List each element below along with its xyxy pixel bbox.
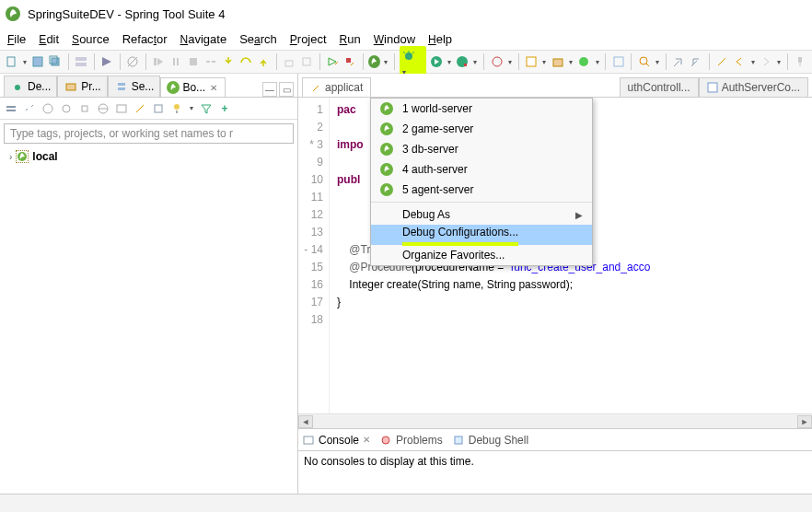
hint-icon[interactable]	[169, 101, 184, 116]
menu-help[interactable]: Help	[423, 30, 458, 48]
step-return-icon[interactable]	[256, 53, 272, 70]
dropdown-arrow-icon[interactable]: ▾	[654, 58, 661, 66]
maximize-icon[interactable]: ▭	[279, 82, 294, 97]
menu-edit[interactable]: Edit	[33, 30, 64, 48]
menu-item-debug-configurations[interactable]: Debug Configurations...	[371, 225, 592, 245]
run-icon[interactable]	[428, 53, 444, 70]
save-all-icon[interactable]	[48, 53, 64, 70]
search-icon[interactable]	[636, 53, 652, 70]
props-icon[interactable]	[151, 101, 166, 116]
spring-boot-run-icon[interactable]	[368, 55, 380, 68]
run-icon[interactable]	[41, 101, 55, 116]
resume-icon[interactable]	[151, 53, 167, 70]
menu-refactor[interactable]: Refactor	[117, 30, 173, 48]
menu-run[interactable]: Run	[334, 30, 366, 48]
prev-annotation-icon[interactable]	[689, 53, 704, 70]
open-type-icon[interactable]	[610, 53, 626, 70]
step-over-icon[interactable]	[238, 53, 254, 70]
dropdown-arrow-icon[interactable]: ▾	[541, 58, 549, 66]
filter-input[interactable]: Type tags, projects, or working set name…	[4, 123, 294, 144]
use-step-filters-icon[interactable]	[299, 53, 315, 70]
coverage-icon[interactable]	[455, 53, 470, 70]
tree-item-local[interactable]: › local	[9, 150, 288, 163]
collapse-icon[interactable]	[4, 101, 18, 116]
expand-arrow-icon[interactable]: ›	[9, 152, 12, 162]
stop-relaunch-icon[interactable]	[342, 53, 358, 70]
dropdown-arrow-icon[interactable]: ▾	[749, 58, 757, 66]
close-icon[interactable]: ✕	[208, 83, 219, 93]
editor-tab-application[interactable]: applicat	[302, 77, 371, 97]
dropdown-arrow-icon[interactable]: ▾	[446, 58, 453, 66]
dropdown-arrow-icon[interactable]: ▾	[775, 58, 783, 66]
disconnect-icon[interactable]	[203, 53, 219, 70]
tab-label: Problems	[396, 434, 443, 447]
close-icon[interactable]: ✕	[363, 435, 370, 445]
scroll-left-icon[interactable]: ◄	[298, 415, 313, 428]
dropdown-arrow-icon[interactable]: ▾	[382, 58, 389, 66]
new-class-icon[interactable]	[576, 53, 592, 70]
left-view-tabs: De... Pr... Se... Bo... ✕ — ▭	[0, 74, 297, 98]
step-into-icon[interactable]	[221, 53, 237, 70]
menu-item-organize-favorites[interactable]: Organize Favorites...	[371, 245, 592, 265]
back-icon[interactable]	[732, 53, 748, 70]
new-java-icon[interactable]	[524, 53, 539, 70]
menu-item-agent-server[interactable]: 5 agent-server	[371, 180, 592, 200]
drop-to-frame-icon[interactable]	[282, 53, 297, 70]
menu-project[interactable]: Project	[284, 30, 332, 48]
new-icon[interactable]	[4, 53, 19, 70]
menu-navigate[interactable]: Navigate	[175, 30, 233, 48]
dropdown-arrow-icon[interactable]: ▾	[567, 58, 574, 66]
tab-servers[interactable]: Se...	[108, 76, 161, 97]
new-package-icon[interactable]	[550, 53, 565, 70]
tab-debug-shell[interactable]: Debug Shell	[452, 434, 528, 447]
ext-tools-icon[interactable]	[489, 53, 505, 70]
console-icon[interactable]	[114, 101, 129, 116]
dropdown-arrow-icon[interactable]: ▾	[594, 58, 601, 66]
menu-item-debug-as[interactable]: Debug As ▶	[371, 204, 592, 225]
minimize-icon[interactable]: —	[262, 82, 277, 97]
menu-window[interactable]: Window	[368, 30, 421, 48]
tab-project-explorer[interactable]: Pr...	[57, 76, 107, 97]
code-editor[interactable]: 12* 3910111213- 1415161718 pac positorie…	[298, 98, 812, 413]
menu-item-world-server[interactable]: 1 world-server	[371, 99, 592, 119]
line-number-gutter: 12* 3910111213- 1415161718	[298, 98, 330, 413]
forward-icon[interactable]	[758, 53, 773, 70]
horizontal-scrollbar[interactable]: ◄ ►	[298, 413, 812, 428]
menu-label: 2 game-server	[402, 121, 473, 138]
menu-search[interactable]: Search	[234, 30, 283, 48]
save-icon[interactable]	[30, 53, 46, 70]
scroll-right-icon[interactable]: ►	[797, 415, 812, 428]
menu-source[interactable]: Source	[66, 30, 115, 48]
build-icon[interactable]	[99, 53, 115, 70]
pin-icon[interactable]	[793, 53, 808, 70]
annotations-icon[interactable]	[671, 53, 687, 70]
suspend-icon[interactable]	[168, 53, 184, 70]
skip-breakpoints-icon[interactable]	[125, 53, 141, 70]
stop-icon[interactable]	[77, 101, 92, 116]
last-edit-icon[interactable]	[714, 53, 730, 70]
menu-item-auth-server[interactable]: 4 auth-server	[371, 159, 592, 180]
menu-item-game-server[interactable]: 2 game-server	[371, 119, 592, 139]
tab-boot-dashboard[interactable]: Bo... ✕	[160, 77, 226, 97]
link-icon[interactable]	[22, 101, 37, 116]
dropdown-arrow-icon[interactable]: ▾	[506, 58, 514, 66]
dropdown-arrow-icon[interactable]: ▾	[188, 104, 195, 112]
dropdown-arrow-icon[interactable]: ▾	[21, 58, 29, 66]
editor-tab-authcontroller[interactable]: uthControll...	[620, 77, 699, 97]
relaunch-icon[interactable]	[325, 53, 341, 70]
menu-item-db-server[interactable]: 3 db-server	[371, 139, 592, 159]
tab-debug-view[interactable]: De...	[4, 76, 57, 97]
toggle-breadcrumb-icon[interactable]	[74, 53, 89, 70]
edit-icon[interactable]	[133, 101, 147, 116]
filter-icon[interactable]	[199, 101, 214, 116]
menu-file[interactable]: File	[2, 30, 31, 48]
tab-problems[interactable]: Problems	[379, 434, 443, 447]
add-icon[interactable]: +	[217, 101, 232, 116]
editor-tab-authserverco[interactable]: AuthServerCo...	[699, 77, 808, 97]
dropdown-arrow-icon[interactable]: ▾	[472, 58, 480, 66]
terminate-icon[interactable]	[186, 53, 202, 70]
debug-icon[interactable]	[59, 101, 74, 116]
browser-icon[interactable]	[96, 101, 110, 116]
scroll-track[interactable]	[313, 415, 797, 428]
tab-console[interactable]: Console ✕	[302, 434, 370, 447]
